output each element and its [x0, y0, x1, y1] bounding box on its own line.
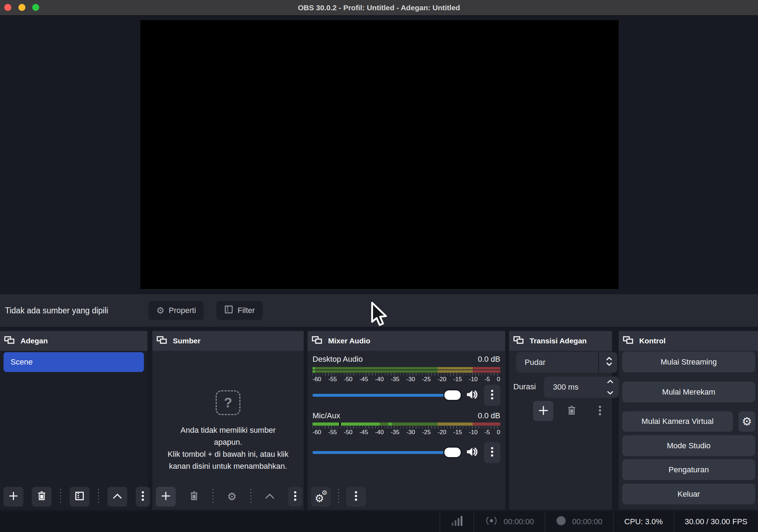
desktop-volume-slider[interactable]	[313, 390, 461, 400]
scene-filters-button[interactable]	[70, 487, 89, 507]
desktop-audio-name: Desktop Audio	[313, 355, 363, 364]
scenes-panel-header[interactable]: Adegan	[0, 331, 147, 351]
status-bar: 00:00:00 00:00:00 CPU: 3.0% 30.00 / 30.0…	[0, 511, 758, 532]
desktop-audio-controls	[313, 385, 500, 406]
scene-transitions-panel-header[interactable]: Transisi Adegan	[509, 331, 612, 351]
trash-icon	[37, 491, 46, 502]
scenes-menu-button[interactable]	[136, 487, 150, 507]
slider-handle[interactable]	[444, 390, 461, 400]
spinbox-arrows[interactable]	[607, 379, 614, 395]
scene-transitions-panel-title: Transisi Adegan	[530, 337, 587, 345]
spin-up-icon	[607, 379, 614, 384]
toolbar-separator	[60, 489, 61, 504]
controls-panel-title: Kontrol	[639, 337, 666, 345]
source-properties-button[interactable]: ⚙︎	[222, 487, 242, 507]
slider-track[interactable]	[313, 394, 461, 397]
mixer-menu-button[interactable]	[346, 487, 366, 507]
remove-scene-button[interactable]	[32, 487, 52, 507]
advanced-audio-properties-button[interactable]: ⚙︎ ⚙︎	[311, 487, 331, 507]
meter-scale-label: -50	[344, 376, 352, 383]
mic-aux-controls	[313, 442, 500, 463]
start-recording-button[interactable]: Mulai Merekam	[622, 382, 755, 402]
move-scene-up-button[interactable]	[107, 487, 127, 507]
kebab-menu-icon	[354, 491, 358, 503]
controls-body: Mulai Streaming Mulai Merekam Mulai Kame…	[619, 351, 758, 510]
record-time: 00:00:00	[572, 517, 602, 526]
toolbar-separator	[250, 489, 251, 504]
duration-value: 300 ms	[553, 383, 578, 392]
mic-volume-slider[interactable]	[313, 448, 461, 457]
meter-scale-label: -35	[391, 429, 400, 436]
sources-panel-header[interactable]: Sumber	[152, 331, 304, 351]
panel-windows-icon	[157, 336, 167, 346]
stream-time: 00:00:00	[504, 517, 534, 526]
meter-scale-label: -15	[453, 376, 462, 383]
cpu-usage: CPU: 3.0%	[624, 517, 663, 526]
add-source-button[interactable]	[156, 487, 176, 507]
panel-windows-icon	[513, 336, 524, 346]
panel-windows-icon	[4, 336, 15, 346]
meter-scale-label: -20	[438, 429, 447, 436]
add-scene-button[interactable]	[4, 487, 23, 507]
exit-button[interactable]: Keluar	[622, 484, 755, 504]
settings-button[interactable]: Pengaturan	[622, 459, 755, 480]
audio-mixer-panel-header[interactable]: Mixer Audio	[308, 331, 505, 351]
kebab-menu-icon	[598, 405, 602, 417]
controls-panel-header[interactable]: Kontrol	[619, 331, 758, 351]
sources-list[interactable]: ? Anda tidak memiliki sumber apapun. Kli…	[152, 351, 304, 510]
controls-panel: Kontrol Mulai Streaming Mulai Merekam Mu…	[619, 331, 758, 510]
desktop-audio-menu-button[interactable]	[484, 385, 500, 406]
transition-menu-button[interactable]	[590, 401, 610, 421]
panel-windows-icon	[623, 336, 634, 346]
mic-aux-menu-button[interactable]	[484, 442, 500, 463]
meter-scale-label: -40	[375, 429, 384, 436]
meter-scale-label: 0	[497, 376, 500, 383]
panel-windows-icon	[312, 336, 322, 346]
slider-handle[interactable]	[444, 448, 461, 457]
mouse-cursor	[366, 301, 392, 330]
scenes-list[interactable]: Scene	[0, 351, 147, 510]
start-streaming-button[interactable]: Mulai Streaming	[622, 351, 755, 372]
add-transition-button[interactable]	[533, 401, 553, 421]
virtual-camera-settings-button[interactable]: ⚙︎	[739, 411, 755, 432]
desktop-mute-toggle[interactable]	[466, 389, 479, 402]
record-circle-icon	[556, 515, 566, 528]
trash-icon	[567, 406, 576, 417]
spin-down-icon	[607, 390, 614, 395]
scene-transitions-body: Pudar Durasi 300 ms	[509, 351, 612, 510]
mic-aux-name: Mic/Aux	[313, 411, 340, 420]
start-virtual-camera-button[interactable]: Mulai Kamera Virtual	[622, 411, 733, 432]
mixer-toolbar: ⚙︎ ⚙︎	[311, 487, 502, 507]
duration-spinbox[interactable]: 300 ms	[544, 377, 619, 398]
move-source-up-button[interactable]	[260, 487, 280, 507]
toolbar-separator	[212, 489, 214, 504]
meter-scale-label: 0	[497, 429, 500, 436]
no-source-selected-label: Tidak ada sumber yang dipili	[5, 294, 108, 327]
sources-panel-title: Sumber	[173, 337, 200, 345]
toolbar-separator	[338, 489, 339, 504]
meter-scale-label: -15	[453, 429, 462, 436]
studio-mode-button[interactable]: Mode Studio	[622, 435, 755, 456]
cpu-usage-cell: CPU: 3.0%	[613, 511, 674, 532]
signal-bars-icon	[451, 515, 463, 529]
sources-panel: Sumber ? Anda tidak memiliki sumber apap…	[152, 331, 304, 510]
sources-menu-button[interactable]	[288, 487, 302, 507]
record-time-cell: 00:00:00	[544, 511, 613, 532]
scenes-toolbar	[4, 487, 144, 507]
scene-preview-canvas[interactable]	[140, 20, 619, 289]
scene-list-item-selected[interactable]: Scene	[4, 352, 144, 372]
kebab-menu-icon	[490, 389, 494, 401]
scene-name: Scene	[11, 357, 33, 367]
filter-icon	[75, 491, 84, 502]
gear-icon: ⚙︎	[156, 306, 164, 315]
properties-button[interactable]: ⚙︎ Properti	[148, 301, 204, 320]
meter-scale-label: -40	[375, 376, 384, 383]
remove-transition-button[interactable]	[561, 401, 582, 421]
remove-source-button[interactable]	[184, 487, 204, 507]
transition-select-dropdown[interactable]: Pudar	[516, 352, 617, 373]
slider-track[interactable]	[313, 451, 461, 454]
mic-mute-toggle[interactable]	[466, 446, 479, 459]
filters-button[interactable]: Filter	[216, 301, 263, 320]
scenes-panel-title: Adegan	[21, 337, 48, 345]
meter-scale: -60-55-50-45-40-35-30-25-20-15-10-50	[313, 376, 500, 383]
